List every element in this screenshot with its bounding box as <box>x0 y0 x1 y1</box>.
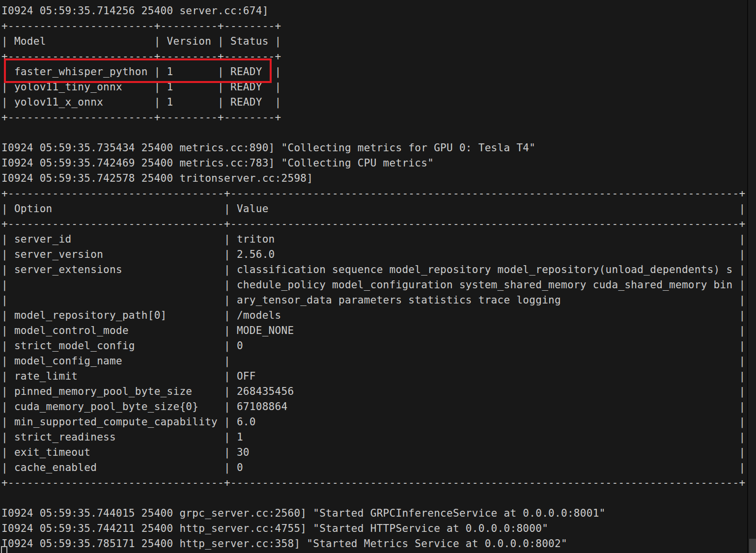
models-table-row-yolov11-tiny-onnx: | yolov11_tiny_onnx | 1 | READY | <box>1 80 748 95</box>
options-table-header: | Option | Value | <box>1 201 748 217</box>
options-table-row-server-extensions: | | ary_tensor_data parameters statistic… <box>1 293 748 308</box>
options-table-border: +----------------------------------+----… <box>1 217 748 232</box>
log-line: I0924 05:59:35.742469 25400 metrics.cc:7… <box>1 156 748 171</box>
options-table-border: +----------------------------------+----… <box>1 186 748 201</box>
log-line: I0924 05:59:35.742578 25400 tritonserver… <box>1 171 748 186</box>
options-table-row-rate-limit: | rate_limit | OFF | <box>1 369 748 384</box>
models-table-row-faster-whisper-python: | faster_whisper_python | 1 | READY | <box>1 64 748 80</box>
models-table-row-yolov11-x-onnx: | yolov11_x_onnx | 1 | READY | <box>1 95 748 110</box>
options-table-row-cache-enabled: | cache_enabled | 0 | <box>1 460 748 475</box>
options-table-row-model-config-name: | model_config_name | | <box>1 354 748 369</box>
models-table-border: +-----------------------+---------+-----… <box>1 49 748 64</box>
log-line: I0924 05:59:35.735434 25400 metrics.cc:8… <box>1 140 748 156</box>
options-table-row-exit-timeout: | exit_timeout | 30 | <box>1 445 748 460</box>
scrollbar-track[interactable] <box>747 0 756 553</box>
options-table-row-pinned-memory-pool-byte-size: | pinned_memory_pool_byte_size | 2684354… <box>1 384 748 399</box>
options-table-row-strict-model-config: | strict_model_config | 0 | <box>1 338 748 354</box>
log-line: I0924 05:59:35.714256 25400 server.cc:67… <box>1 3 748 19</box>
terminal-cursor <box>1 546 7 553</box>
options-table-border: +----------------------------------+----… <box>1 475 748 491</box>
log-line: I0924 05:59:35.744015 25400 grpc_server.… <box>1 506 748 521</box>
options-table-row-min-supported-compute-capability: | min_supported_compute_capability | 6.0… <box>1 415 748 430</box>
models-table-border: +-----------------------+---------+-----… <box>1 110 748 125</box>
models-table-border: +-----------------------+---------+-----… <box>1 19 748 34</box>
options-table-row-strict-readiness: | strict_readiness | 1 | <box>1 430 748 445</box>
blank-line <box>1 491 748 506</box>
options-table-row-model-repository-path-0: | model_repository_path[0] | /models | <box>1 308 748 323</box>
options-table-row-model-control-mode: | model_control_mode | MODE_NONE | <box>1 323 748 338</box>
log-line: I0924 05:59:35.785171 25400 http_server.… <box>1 536 748 552</box>
options-table-row-server-extensions: | | chedule_policy model_configuration s… <box>1 277 748 293</box>
scrollbar-thumb[interactable] <box>749 539 756 553</box>
options-table-row-server-id: | server_id | triton | <box>1 232 748 247</box>
options-table-row-server-extensions: | server_extensions | classification seq… <box>1 262 748 277</box>
blank-line <box>1 125 748 140</box>
options-table-row-server-version: | server_version | 2.56.0 | <box>1 247 748 262</box>
models-table-header: | Model | Version | Status | <box>1 34 748 49</box>
terminal-output[interactable]: I0924 05:59:35.714256 25400 server.cc:67… <box>0 0 748 553</box>
log-line: I0924 05:59:35.744211 25400 http_server.… <box>1 521 748 536</box>
options-table-row-cuda-memory-pool-byte-size-0: | cuda_memory_pool_byte_size{0} | 671088… <box>1 399 748 415</box>
